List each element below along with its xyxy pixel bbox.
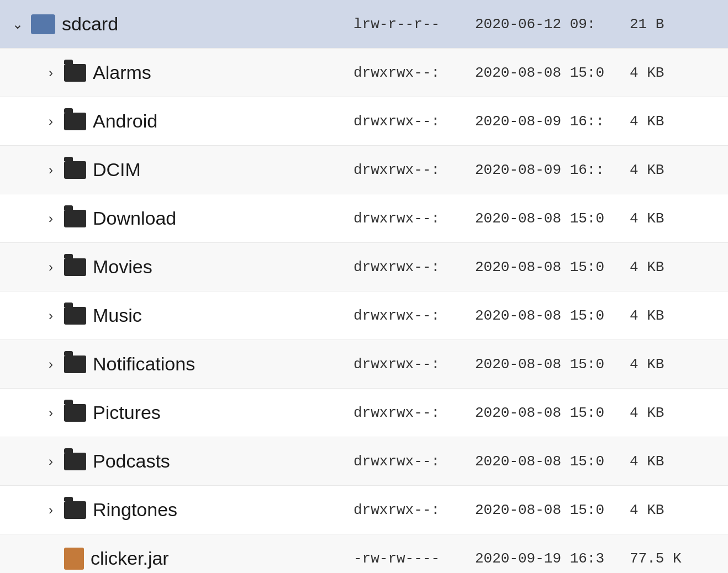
name-col: ›Alarms <box>11 62 354 83</box>
name-col: ›Download <box>11 208 354 229</box>
folder-icon <box>64 161 86 179</box>
expand-arrow[interactable]: › <box>44 357 57 372</box>
permissions-col: drwxrwx--: <box>354 259 475 275</box>
date-col: 2020-08-08 15:0 <box>475 405 630 421</box>
permissions-col: drwxrwx--: <box>354 356 475 373</box>
name-col: ›Pictures <box>11 402 354 423</box>
expand-arrow[interactable]: › <box>44 162 57 178</box>
permissions-col: drwxrwx--: <box>354 162 475 178</box>
item-name-label: Music <box>93 305 142 326</box>
expand-arrow[interactable]: › <box>44 454 57 469</box>
permissions-col: lrw-r--r-- <box>354 16 475 33</box>
date-col: 2020-08-09 16:: <box>475 162 630 178</box>
item-name-label: Alarms <box>93 62 151 83</box>
date-col: 2020-09-19 16:3 <box>475 550 630 567</box>
item-name-label: Movies <box>93 256 152 278</box>
file-row[interactable]: ›Musicdrwxrwx--:2020-08-08 15:04 KB <box>0 291 728 340</box>
item-name-label: Ringtones <box>93 499 177 521</box>
name-col: ›Notifications <box>11 353 354 375</box>
folder-icon <box>64 113 86 130</box>
date-col: 2020-08-08 15:0 <box>475 210 630 227</box>
permissions-col: drwxrwx--: <box>354 113 475 130</box>
expand-arrow[interactable]: › <box>44 211 57 226</box>
folder-icon <box>64 258 86 276</box>
item-name-label: Pictures <box>93 402 161 423</box>
file-row[interactable]: ›Ringtonesdrwxrwx--:2020-08-08 15:04 KB <box>0 486 728 534</box>
item-name-label: Android <box>93 110 157 132</box>
expand-arrow[interactable]: › <box>44 502 57 518</box>
date-col: 2020-08-08 15:0 <box>475 453 630 470</box>
date-col: 2020-06-12 09: <box>475 16 630 33</box>
size-col: 4 KB <box>630 453 717 470</box>
name-col: clicker.jar <box>11 548 354 570</box>
expand-arrow[interactable]: › <box>44 114 57 129</box>
item-name-label: DCIM <box>93 159 141 181</box>
item-name-label: Download <box>93 208 176 229</box>
file-row[interactable]: ›Picturesdrwxrwx--:2020-08-08 15:04 KB <box>0 389 728 437</box>
permissions-col: drwxrwx--: <box>354 502 475 518</box>
date-col: 2020-08-09 16:: <box>475 113 630 130</box>
date-col: 2020-08-08 15:0 <box>475 356 630 373</box>
permissions-col: drwxrwx--: <box>354 453 475 470</box>
folder-icon <box>64 210 86 227</box>
date-col: 2020-08-08 15:0 <box>475 259 630 275</box>
file-row[interactable]: ›Podcastsdrwxrwx--:2020-08-08 15:04 KB <box>0 437 728 486</box>
permissions-col: drwxrwx--: <box>354 65 475 81</box>
sdcard-icon <box>31 14 55 34</box>
folder-icon <box>64 404 86 422</box>
item-name-label: Podcasts <box>93 450 170 472</box>
name-col: ⌄sdcard <box>11 13 354 35</box>
folder-icon <box>64 64 86 82</box>
folder-icon <box>64 453 86 470</box>
name-col: ›Ringtones <box>11 499 354 521</box>
file-row[interactable]: ⌄sdcardlrw-r--r--2020-06-12 09:21 B <box>0 0 728 49</box>
date-col: 2020-08-08 15:0 <box>475 307 630 324</box>
expand-arrow[interactable]: › <box>44 308 57 323</box>
size-col: 4 KB <box>630 65 717 81</box>
file-row[interactable]: ›Alarmsdrwxrwx--:2020-08-08 15:04 KB <box>0 49 728 97</box>
date-col: 2020-08-08 15:0 <box>475 502 630 518</box>
folder-icon <box>64 501 86 519</box>
size-col: 4 KB <box>630 307 717 324</box>
name-col: ›Movies <box>11 256 354 278</box>
name-col: ›Android <box>11 110 354 132</box>
item-name-label: clicker.jar <box>91 548 169 569</box>
permissions-col: drwxrwx--: <box>354 405 475 421</box>
size-col: 4 KB <box>630 210 717 227</box>
permissions-col: drwxrwx--: <box>354 210 475 227</box>
file-row[interactable]: ›DCIMdrwxrwx--:2020-08-09 16::4 KB <box>0 146 728 194</box>
item-name-label: Notifications <box>93 353 195 375</box>
expand-arrow[interactable]: › <box>44 405 57 421</box>
size-col: 4 KB <box>630 113 717 130</box>
size-col: 21 B <box>630 16 717 33</box>
file-row[interactable]: ›Moviesdrwxrwx--:2020-08-08 15:04 KB <box>0 243 728 291</box>
expand-arrow[interactable]: › <box>44 65 57 81</box>
file-list: ⌄sdcardlrw-r--r--2020-06-12 09:21 B›Alar… <box>0 0 728 573</box>
file-row[interactable]: ›Downloaddrwxrwx--:2020-08-08 15:04 KB <box>0 194 728 243</box>
size-col: 4 KB <box>630 502 717 518</box>
size-col: 4 KB <box>630 259 717 275</box>
size-col: 77.5 K <box>630 550 717 567</box>
name-col: ›Podcasts <box>11 450 354 472</box>
folder-icon <box>64 356 86 373</box>
size-col: 4 KB <box>630 162 717 178</box>
file-row[interactable]: clicker.jar-rw-rw----2020-09-19 16:377.5… <box>0 534 728 573</box>
permissions-col: drwxrwx--: <box>354 307 475 324</box>
jar-file-icon <box>64 548 84 570</box>
file-row[interactable]: ›Notificationsdrwxrwx--:2020-08-08 15:04… <box>0 340 728 389</box>
name-col: ›Music <box>11 305 354 326</box>
permissions-col: -rw-rw---- <box>354 550 475 567</box>
item-name-label: sdcard <box>62 13 118 35</box>
folder-icon <box>64 307 86 325</box>
size-col: 4 KB <box>630 356 717 373</box>
file-row[interactable]: ›Androiddrwxrwx--:2020-08-09 16::4 KB <box>0 97 728 146</box>
date-col: 2020-08-08 15:0 <box>475 65 630 81</box>
size-col: 4 KB <box>630 405 717 421</box>
svg-rect-0 <box>68 553 80 564</box>
expand-arrow[interactable]: ⌄ <box>11 17 24 32</box>
expand-arrow[interactable]: › <box>44 259 57 275</box>
name-col: ›DCIM <box>11 159 354 181</box>
